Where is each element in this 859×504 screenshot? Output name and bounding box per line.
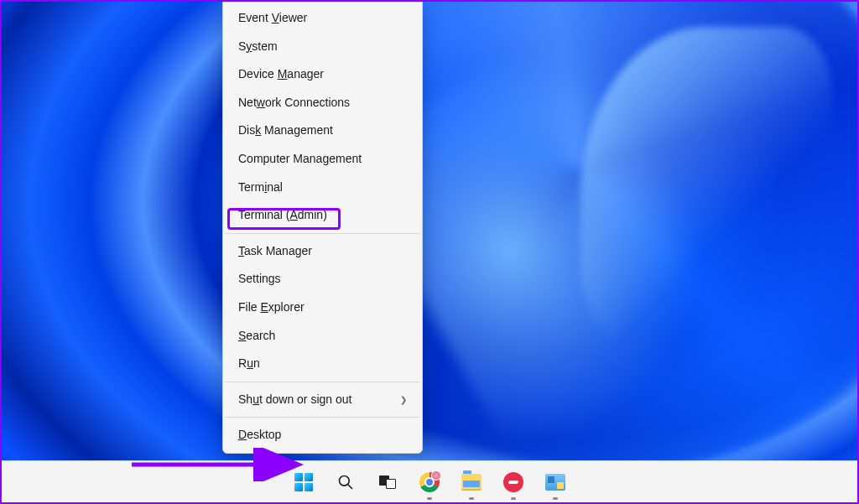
- menu-item-system[interactable]: System: [223, 33, 422, 61]
- chevron-right-icon: ❯: [400, 394, 407, 406]
- menu-item-task-manager[interactable]: Task Manager: [223, 237, 422, 266]
- svg-line-2: [348, 484, 352, 488]
- menu-item-disk-management[interactable]: Disk Management: [223, 117, 422, 145]
- running-indicator: [553, 497, 558, 500]
- menu-separator: [225, 417, 420, 418]
- menu-item-shutdown-signout[interactable]: Shut down or sign out ❯: [223, 386, 422, 414]
- taskbar-app-chrome[interactable]: [411, 464, 448, 501]
- winx-power-menu: Event Viewer System Device Manager Netwo…: [222, 2, 423, 454]
- running-indicator: [427, 497, 432, 500]
- menu-item-settings[interactable]: Settings: [223, 265, 422, 294]
- menu-item-search[interactable]: Search: [223, 322, 422, 351]
- task-view-button[interactable]: [369, 464, 406, 501]
- red-app-icon: [503, 472, 523, 492]
- taskbar-search-button[interactable]: [327, 464, 364, 501]
- file-explorer-icon: [461, 474, 482, 491]
- menu-item-device-manager[interactable]: Device Manager: [223, 60, 422, 89]
- windows-logo-icon: [294, 473, 313, 491]
- menu-item-terminal-admin[interactable]: Terminal (Admin): [223, 201, 422, 230]
- control-panel-icon: [545, 474, 565, 491]
- desktop-wallpaper[interactable]: [2, 2, 857, 502]
- task-view-icon: [379, 475, 396, 489]
- taskbar-app-control-panel[interactable]: [537, 464, 574, 501]
- taskbar-app-red[interactable]: [495, 464, 532, 501]
- taskbar: [2, 460, 857, 502]
- menu-item-run[interactable]: Run: [223, 350, 422, 378]
- search-icon: [337, 474, 354, 491]
- menu-item-network-connections[interactable]: Network Connections: [223, 89, 422, 117]
- start-button[interactable]: [285, 464, 322, 501]
- menu-item-file-explorer[interactable]: File Explorer: [223, 294, 422, 322]
- menu-item-terminal[interactable]: Terminal: [223, 174, 422, 202]
- menu-separator: [225, 233, 420, 234]
- running-indicator: [469, 497, 474, 500]
- taskbar-app-file-explorer[interactable]: [453, 464, 490, 501]
- menu-separator: [225, 382, 420, 382]
- menu-item-computer-management[interactable]: Computer Management: [223, 145, 422, 174]
- menu-item-event-viewer[interactable]: Event Viewer: [223, 4, 422, 33]
- menu-item-desktop[interactable]: Desktop: [223, 421, 422, 449]
- profile-avatar-badge: [431, 470, 441, 481]
- running-indicator: [511, 497, 516, 500]
